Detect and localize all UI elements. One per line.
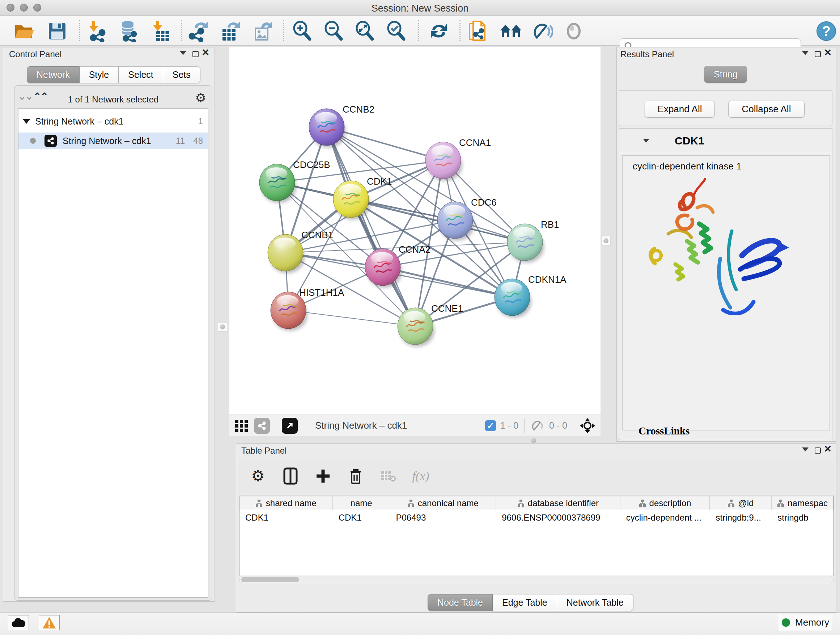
- tab-style[interactable]: Style: [80, 66, 119, 83]
- status-bar: Memory: [0, 613, 840, 635]
- toolbar-separator: [418, 20, 419, 41]
- column-label: namespac: [788, 498, 828, 508]
- open-folder-icon: [14, 22, 35, 41]
- import-database-icon: [118, 20, 139, 42]
- svg-text:CCNB2: CCNB2: [343, 104, 374, 115]
- network-node-CCNA1[interactable]: [425, 142, 462, 181]
- network-node-CCNB2[interactable]: [309, 109, 346, 148]
- panel-menu-icon[interactable]: [802, 51, 808, 55]
- panel-close-icon[interactable]: ✕: [824, 446, 832, 452]
- column-header-shared-name[interactable]: shared name: [240, 496, 333, 510]
- network-node-CDC6[interactable]: [437, 202, 474, 241]
- table-cell: CDK1: [333, 510, 390, 525]
- collapse-all-button[interactable]: Collapse All: [728, 101, 805, 118]
- network-node-RB1[interactable]: [507, 224, 544, 263]
- network-node-CDKN1A[interactable]: [494, 279, 531, 318]
- toolbar-separator: [79, 20, 80, 41]
- delete-table-icon[interactable]: [379, 467, 398, 486]
- zoom-selected-button[interactable]: [384, 20, 409, 42]
- export-network-icon: [188, 20, 208, 42]
- panel-close-icon[interactable]: ✕: [202, 50, 210, 56]
- crosslinks-title: CrossLinks: [638, 425, 690, 437]
- right-splitter-handle[interactable]: [601, 236, 611, 245]
- column-header-canonical-name[interactable]: canonical name: [390, 496, 496, 510]
- zoom-fit-button[interactable]: [352, 20, 378, 42]
- toolbar-separator: [181, 20, 182, 41]
- panel-float-icon[interactable]: [815, 51, 821, 57]
- table-row[interactable]: CDK1CDK1P064939606.ENSP00000378699cyclin…: [240, 510, 834, 525]
- panel-menu-icon[interactable]: [802, 448, 808, 451]
- column-header-namespac[interactable]: namespac: [772, 496, 834, 510]
- panel-float-icon[interactable]: [815, 448, 821, 454]
- export-table-button[interactable]: [218, 20, 243, 42]
- eye-icon: [564, 22, 584, 41]
- tab-edge-table[interactable]: Edge Table: [493, 594, 557, 611]
- network-panel-gear-icon[interactable]: ⚙: [195, 92, 206, 104]
- table-settings-gear-icon[interactable]: ⚙: [248, 467, 267, 486]
- grid-view-icon[interactable]: [234, 418, 249, 433]
- scrollbar-thumb[interactable]: [241, 577, 299, 582]
- hide-graphics-details-button[interactable]: [530, 20, 555, 42]
- import-database-button[interactable]: [116, 20, 141, 42]
- import-network-button[interactable]: [84, 20, 109, 42]
- apply-layout-button[interactable]: [426, 20, 452, 42]
- birdseye-crosshair-icon[interactable]: [579, 418, 595, 434]
- gene-section: CDK1 cyclin-dependent kinase 1: [619, 128, 832, 440]
- selected-nodes-checkbox-icon[interactable]: ✓: [485, 420, 496, 431]
- warning-button[interactable]: [39, 615, 60, 630]
- collection-label: String Network – cdk1: [35, 116, 124, 127]
- zoom-out-icon: [324, 21, 344, 41]
- function-builder-icon[interactable]: f(x): [411, 467, 430, 486]
- delete-column-trash-icon[interactable]: [346, 467, 365, 486]
- tab-sets[interactable]: Sets: [163, 66, 201, 83]
- import-table-button[interactable]: [148, 20, 173, 42]
- network-badge-icon[interactable]: [254, 418, 270, 434]
- save-session-button[interactable]: [44, 20, 70, 42]
- tab-network-table[interactable]: Network Table: [557, 594, 633, 611]
- panel-menu-icon[interactable]: [180, 51, 186, 55]
- column-header-@id[interactable]: @id: [710, 496, 772, 510]
- expand-all-button[interactable]: Expand All: [645, 101, 715, 118]
- help-button[interactable]: ?: [813, 20, 839, 42]
- open-session-button[interactable]: [11, 20, 37, 42]
- string-home-button[interactable]: [498, 20, 523, 42]
- network-node-CDK1[interactable]: [333, 181, 370, 220]
- gene-section-header[interactable]: CDK1: [619, 128, 832, 153]
- tab-select[interactable]: Select: [118, 66, 163, 83]
- show-graphics-details-button[interactable]: [561, 20, 586, 42]
- tree-expander-icon[interactable]: [23, 119, 30, 124]
- tab-string[interactable]: String: [704, 66, 747, 83]
- refresh-arrows-icon: [429, 21, 449, 41]
- column-header-name[interactable]: name: [333, 496, 390, 510]
- horizontal-splitter-handle[interactable]: [531, 438, 536, 443]
- export-network-button[interactable]: [186, 20, 211, 42]
- network-view: CCNB2CCNA1CDC25BCDK1CDC6RB1CCNB1CCNA2CDK…: [229, 47, 600, 436]
- column-header-database-identifier[interactable]: database identifier: [496, 496, 621, 510]
- tab-network[interactable]: Network: [27, 66, 80, 83]
- zoom-in-button[interactable]: [290, 20, 315, 42]
- show-columns-icon[interactable]: [281, 467, 300, 486]
- network-node-CDC25B[interactable]: [259, 164, 296, 203]
- panel-float-icon[interactable]: [193, 51, 199, 57]
- network-row-selected[interactable]: String Network – cdk1 11 48: [19, 133, 208, 149]
- network-node-CCNA2[interactable]: [365, 249, 402, 288]
- network-canvas[interactable]: CCNB2CCNA1CDC25BCDK1CDC6RB1CCNB1CCNA2CDK…: [229, 47, 600, 415]
- clone-network-button[interactable]: [465, 20, 490, 42]
- network-node-CCNE1[interactable]: [398, 308, 434, 347]
- network-collection-row[interactable]: String Network – cdk1 1: [19, 113, 208, 130]
- tab-node-table[interactable]: Node Table: [428, 594, 493, 611]
- control-panel: Control Panel ✕ NetworkStyleSelectSets ⌄…: [3, 47, 215, 602]
- column-header-description[interactable]: description: [621, 496, 710, 510]
- panel-close-icon[interactable]: ✕: [824, 50, 832, 56]
- network-view-title: String Network – cdk1: [315, 420, 407, 431]
- table-horizontal-scrollbar[interactable]: [239, 576, 834, 583]
- add-column-icon[interactable]: [314, 467, 332, 486]
- export-image-button[interactable]: [250, 20, 275, 42]
- memory-button[interactable]: Memory: [779, 614, 832, 631]
- cloud-button[interactable]: [8, 615, 29, 630]
- detach-view-icon[interactable]: [282, 418, 298, 434]
- left-splitter-handle[interactable]: [218, 322, 227, 332]
- zoom-out-button[interactable]: [321, 20, 347, 42]
- gene-expander-icon[interactable]: [643, 139, 649, 143]
- table-cell: stringdb:9...: [710, 510, 772, 525]
